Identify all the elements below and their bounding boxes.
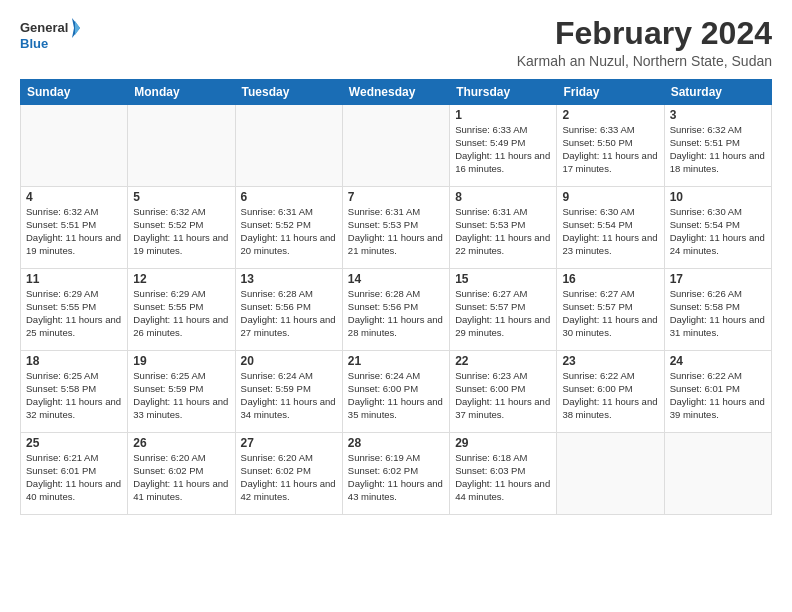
calendar-cell: 17Sunrise: 6:26 AMSunset: 5:58 PMDayligh… [664,269,771,351]
calendar-cell: 23Sunrise: 6:22 AMSunset: 6:00 PMDayligh… [557,351,664,433]
calendar-cell: 27Sunrise: 6:20 AMSunset: 6:02 PMDayligh… [235,433,342,515]
calendar-cell: 3Sunrise: 6:32 AMSunset: 5:51 PMDaylight… [664,105,771,187]
title-area: February 2024 Karmah an Nuzul, Northern … [517,16,772,69]
calendar-cell: 5Sunrise: 6:32 AMSunset: 5:52 PMDaylight… [128,187,235,269]
calendar-cell: 6Sunrise: 6:31 AMSunset: 5:52 PMDaylight… [235,187,342,269]
calendar-cell [342,105,449,187]
day-info: Sunrise: 6:33 AMSunset: 5:49 PMDaylight:… [455,124,551,175]
calendar-cell: 25Sunrise: 6:21 AMSunset: 6:01 PMDayligh… [21,433,128,515]
weekday-header-friday: Friday [557,80,664,105]
day-info: Sunrise: 6:33 AMSunset: 5:50 PMDaylight:… [562,124,658,175]
weekday-header-tuesday: Tuesday [235,80,342,105]
day-number: 17 [670,272,766,286]
day-info: Sunrise: 6:22 AMSunset: 6:00 PMDaylight:… [562,370,658,421]
calendar-cell: 2Sunrise: 6:33 AMSunset: 5:50 PMDaylight… [557,105,664,187]
day-number: 15 [455,272,551,286]
day-number: 19 [133,354,229,368]
day-number: 12 [133,272,229,286]
logo: General Blue [20,16,80,54]
calendar-cell: 14Sunrise: 6:28 AMSunset: 5:56 PMDayligh… [342,269,449,351]
calendar-cell: 15Sunrise: 6:27 AMSunset: 5:57 PMDayligh… [450,269,557,351]
day-info: Sunrise: 6:28 AMSunset: 5:56 PMDaylight:… [241,288,337,339]
calendar-cell [557,433,664,515]
day-info: Sunrise: 6:25 AMSunset: 5:59 PMDaylight:… [133,370,229,421]
week-row-4: 18Sunrise: 6:25 AMSunset: 5:58 PMDayligh… [21,351,772,433]
day-number: 22 [455,354,551,368]
calendar-cell [21,105,128,187]
calendar-cell: 8Sunrise: 6:31 AMSunset: 5:53 PMDaylight… [450,187,557,269]
weekday-header-sunday: Sunday [21,80,128,105]
calendar-cell: 12Sunrise: 6:29 AMSunset: 5:55 PMDayligh… [128,269,235,351]
day-number: 14 [348,272,444,286]
calendar-cell: 13Sunrise: 6:28 AMSunset: 5:56 PMDayligh… [235,269,342,351]
calendar-cell: 19Sunrise: 6:25 AMSunset: 5:59 PMDayligh… [128,351,235,433]
week-row-3: 11Sunrise: 6:29 AMSunset: 5:55 PMDayligh… [21,269,772,351]
day-number: 13 [241,272,337,286]
weekday-header-monday: Monday [128,80,235,105]
day-number: 26 [133,436,229,450]
calendar-cell: 24Sunrise: 6:22 AMSunset: 6:01 PMDayligh… [664,351,771,433]
day-info: Sunrise: 6:31 AMSunset: 5:53 PMDaylight:… [348,206,444,257]
week-row-5: 25Sunrise: 6:21 AMSunset: 6:01 PMDayligh… [21,433,772,515]
day-info: Sunrise: 6:22 AMSunset: 6:01 PMDaylight:… [670,370,766,421]
calendar-cell [235,105,342,187]
day-info: Sunrise: 6:21 AMSunset: 6:01 PMDaylight:… [26,452,122,503]
header: General Blue February 2024 Karmah an Nuz… [20,16,772,69]
day-info: Sunrise: 6:30 AMSunset: 5:54 PMDaylight:… [670,206,766,257]
calendar-cell: 18Sunrise: 6:25 AMSunset: 5:58 PMDayligh… [21,351,128,433]
day-number: 23 [562,354,658,368]
day-info: Sunrise: 6:29 AMSunset: 5:55 PMDaylight:… [133,288,229,339]
day-number: 7 [348,190,444,204]
day-info: Sunrise: 6:23 AMSunset: 6:00 PMDaylight:… [455,370,551,421]
day-info: Sunrise: 6:27 AMSunset: 5:57 PMDaylight:… [562,288,658,339]
day-info: Sunrise: 6:30 AMSunset: 5:54 PMDaylight:… [562,206,658,257]
day-number: 28 [348,436,444,450]
day-info: Sunrise: 6:18 AMSunset: 6:03 PMDaylight:… [455,452,551,503]
day-number: 24 [670,354,766,368]
calendar-cell [664,433,771,515]
day-number: 3 [670,108,766,122]
calendar-table: SundayMondayTuesdayWednesdayThursdayFrid… [20,79,772,515]
svg-text:Blue: Blue [20,36,48,51]
day-info: Sunrise: 6:20 AMSunset: 6:02 PMDaylight:… [241,452,337,503]
day-number: 9 [562,190,658,204]
svg-marker-3 [75,21,80,35]
day-info: Sunrise: 6:28 AMSunset: 5:56 PMDaylight:… [348,288,444,339]
day-number: 6 [241,190,337,204]
calendar-cell: 20Sunrise: 6:24 AMSunset: 5:59 PMDayligh… [235,351,342,433]
day-number: 8 [455,190,551,204]
logo-svg: General Blue [20,16,80,54]
subtitle: Karmah an Nuzul, Northern State, Sudan [517,53,772,69]
day-number: 4 [26,190,122,204]
day-number: 11 [26,272,122,286]
day-number: 21 [348,354,444,368]
day-info: Sunrise: 6:26 AMSunset: 5:58 PMDaylight:… [670,288,766,339]
day-info: Sunrise: 6:32 AMSunset: 5:51 PMDaylight:… [670,124,766,175]
day-number: 1 [455,108,551,122]
calendar-cell: 1Sunrise: 6:33 AMSunset: 5:49 PMDaylight… [450,105,557,187]
day-number: 29 [455,436,551,450]
day-number: 2 [562,108,658,122]
day-number: 10 [670,190,766,204]
day-number: 5 [133,190,229,204]
day-info: Sunrise: 6:19 AMSunset: 6:02 PMDaylight:… [348,452,444,503]
calendar-cell: 21Sunrise: 6:24 AMSunset: 6:00 PMDayligh… [342,351,449,433]
day-info: Sunrise: 6:31 AMSunset: 5:52 PMDaylight:… [241,206,337,257]
day-number: 18 [26,354,122,368]
calendar-cell: 22Sunrise: 6:23 AMSunset: 6:00 PMDayligh… [450,351,557,433]
day-info: Sunrise: 6:27 AMSunset: 5:57 PMDaylight:… [455,288,551,339]
day-info: Sunrise: 6:25 AMSunset: 5:58 PMDaylight:… [26,370,122,421]
weekday-header-wednesday: Wednesday [342,80,449,105]
day-info: Sunrise: 6:24 AMSunset: 5:59 PMDaylight:… [241,370,337,421]
calendar-cell: 11Sunrise: 6:29 AMSunset: 5:55 PMDayligh… [21,269,128,351]
calendar-cell: 29Sunrise: 6:18 AMSunset: 6:03 PMDayligh… [450,433,557,515]
day-number: 25 [26,436,122,450]
weekday-header-row: SundayMondayTuesdayWednesdayThursdayFrid… [21,80,772,105]
calendar-cell: 16Sunrise: 6:27 AMSunset: 5:57 PMDayligh… [557,269,664,351]
day-number: 20 [241,354,337,368]
day-number: 16 [562,272,658,286]
svg-text:General: General [20,20,68,35]
calendar-cell: 28Sunrise: 6:19 AMSunset: 6:02 PMDayligh… [342,433,449,515]
day-info: Sunrise: 6:20 AMSunset: 6:02 PMDaylight:… [133,452,229,503]
week-row-2: 4Sunrise: 6:32 AMSunset: 5:51 PMDaylight… [21,187,772,269]
